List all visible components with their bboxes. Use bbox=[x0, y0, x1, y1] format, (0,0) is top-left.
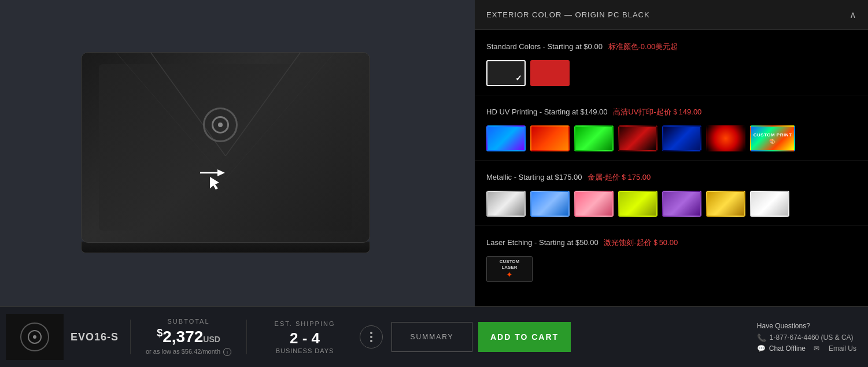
have-questions-label: Have Questions? bbox=[757, 322, 856, 330]
laptop-decoration-lines bbox=[82, 53, 370, 242]
standard-color-swatches: ✓ bbox=[486, 60, 856, 86]
price-currency: USD bbox=[203, 335, 220, 344]
price-dollar-sign: $ bbox=[157, 327, 162, 339]
price-amount: 2,372 bbox=[162, 328, 203, 346]
swatch-custom-print[interactable]: CUSTOM PRINT 🎨 bbox=[750, 125, 795, 151]
swatch-uv-green[interactable] bbox=[574, 125, 614, 151]
swatch-uv-dark-red[interactable] bbox=[618, 125, 658, 151]
laptop-image bbox=[81, 52, 382, 254]
swatch-metallic-pink[interactable] bbox=[574, 191, 614, 217]
laptop-bottom-edge bbox=[81, 242, 370, 253]
laser-swatches: CUSTOM LASER ✦ bbox=[486, 256, 856, 282]
standard-colors-section: Standard Colors - Starting at $0.00 标准颜色… bbox=[475, 30, 868, 95]
chat-bubble-icon: 💬 bbox=[757, 344, 766, 353]
subtotal-label: SUBTOTAL bbox=[142, 318, 235, 325]
chat-email-line: 💬 Chat Offline ✉ Email Us bbox=[757, 344, 856, 353]
summary-button[interactable]: SUMMARY bbox=[391, 322, 472, 352]
bottom-bar: EVO16-S SUBTOTAL $2,372USD or as low as … bbox=[0, 306, 868, 367]
laptop-logo bbox=[203, 107, 238, 142]
svg-marker-5 bbox=[217, 169, 225, 176]
phone-link[interactable]: 1-877-674-4460 (US & CA) bbox=[770, 333, 854, 342]
laser-etching-section: Laser Etching - Starting at $50.00 激光蚀刻-… bbox=[475, 226, 868, 291]
thumb-inner-ring bbox=[28, 330, 42, 344]
swatch-metallic-silver[interactable] bbox=[486, 191, 526, 217]
metallic-swatches bbox=[486, 191, 856, 217]
laser-star-icon: ✦ bbox=[506, 270, 513, 279]
phone-line: 📞 1-877-674-4460 (US & CA) bbox=[757, 333, 856, 342]
swatch-uv-radial[interactable] bbox=[706, 125, 745, 151]
options-button[interactable] bbox=[360, 325, 383, 349]
mail-icon: ✉ bbox=[814, 344, 819, 353]
add-to-cart-button[interactable]: ADD TO CART bbox=[478, 322, 571, 352]
panel-header[interactable]: EXTERIOR COLOR — ORIGIN PC Black ∧ bbox=[475, 0, 868, 30]
shipping-days: 2 - 4 bbox=[258, 329, 351, 347]
swatch-custom-laser[interactable]: CUSTOM LASER ✦ bbox=[486, 256, 533, 282]
swatch-red[interactable] bbox=[530, 60, 570, 86]
metallic-title: Metallic - Starting at $175.00 金属-起价＄175… bbox=[486, 172, 856, 183]
shipping-unit: Business Days bbox=[258, 347, 351, 354]
swatch-metallic-white[interactable] bbox=[750, 191, 789, 217]
swatch-metallic-gold[interactable] bbox=[706, 191, 745, 217]
metallic-section: Metallic - Starting at $175.00 金属-起价＄175… bbox=[475, 161, 868, 226]
thumb-logo-ring bbox=[20, 322, 49, 351]
svg-line-1 bbox=[226, 53, 300, 156]
hd-uv-title: HD UV Printing - Starting at $149.00 高清U… bbox=[486, 107, 856, 117]
shipping-section: EST. SHIPPING 2 - 4 Business Days bbox=[258, 320, 351, 354]
dots-icon bbox=[370, 332, 372, 342]
panel-header-title: EXTERIOR COLOR — ORIGIN PC Black bbox=[486, 10, 650, 19]
subtotal-price: $2,372USD bbox=[142, 327, 235, 346]
selected-checkmark: ✓ bbox=[515, 73, 522, 83]
standard-colors-title: Standard Colors - Starting at $0.00 标准颜色… bbox=[486, 42, 856, 52]
bottom-product-name: EVO16-S bbox=[71, 331, 119, 343]
contact-section: Have Questions? 📞 1-877-674-4460 (US & C… bbox=[757, 322, 868, 353]
bottom-divider-1 bbox=[130, 320, 131, 354]
logo-inner-ring bbox=[212, 116, 229, 134]
product-image-area bbox=[0, 0, 463, 306]
thumb-dot bbox=[33, 335, 36, 339]
shipping-label: EST. SHIPPING bbox=[258, 320, 351, 327]
svg-line-3 bbox=[226, 53, 335, 179]
svg-marker-6 bbox=[210, 177, 219, 190]
custom-laser-label: CUSTOM LASER bbox=[500, 259, 520, 270]
bottom-product-thumbnail bbox=[6, 314, 64, 360]
swatch-uv-dark-blue[interactable] bbox=[662, 125, 701, 151]
info-icon[interactable]: i bbox=[223, 348, 231, 356]
color-selection-panel: EXTERIOR COLOR — ORIGIN PC Black ∧ Stand… bbox=[475, 0, 868, 306]
hd-uv-swatches: CUSTOM PRINT 🎨 bbox=[486, 125, 856, 151]
swatch-uv-red[interactable] bbox=[530, 125, 570, 151]
swatch-metallic-yellow-green[interactable] bbox=[618, 191, 658, 217]
subtotal-section: SUBTOTAL $2,372USD or as low as $56.42/m… bbox=[142, 318, 235, 355]
email-link[interactable]: Email Us bbox=[829, 344, 856, 353]
hd-uv-section: HD UV Printing - Starting at $149.00 高清U… bbox=[475, 95, 868, 161]
bottom-divider-2 bbox=[246, 320, 247, 354]
laptop-body bbox=[81, 52, 370, 243]
chevron-up-icon: ∧ bbox=[849, 9, 856, 20]
laser-title: Laser Etching - Starting at $50.00 激光蚀刻-… bbox=[486, 238, 856, 248]
swatch-black[interactable]: ✓ bbox=[486, 60, 526, 86]
chat-offline-label[interactable]: Chat Offline bbox=[769, 344, 806, 353]
phone-icon: 📞 bbox=[757, 333, 766, 342]
swatch-uv-blue[interactable] bbox=[486, 125, 526, 151]
logo-dot bbox=[218, 123, 223, 127]
cursor-arrow bbox=[197, 157, 232, 194]
swatch-metallic-blue[interactable] bbox=[530, 191, 570, 217]
monthly-payment: or as low as $56.42/month i bbox=[142, 348, 235, 356]
swatch-metallic-purple[interactable] bbox=[662, 191, 701, 217]
